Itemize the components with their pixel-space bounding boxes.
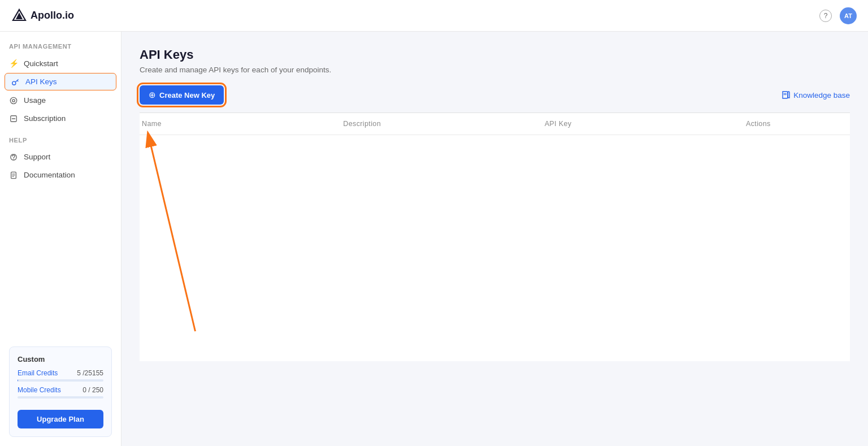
sidebar-item-support-label: Support	[24, 153, 50, 161]
quickstart-icon: ⚡	[9, 59, 18, 68]
api-keys-table: Name Description API Key Actions	[140, 113, 850, 361]
top-nav: Apollo.io ? AT	[0, 0, 868, 32]
svg-point-6	[12, 99, 15, 101]
sidebar-item-api-keys[interactable]: API Keys	[5, 73, 116, 90]
upgrade-plan-button[interactable]: Upgrade Plan	[18, 410, 103, 428]
sidebar-item-subscription-label: Subscription	[24, 114, 66, 123]
sidebar-item-documentation[interactable]: Documentation	[0, 166, 121, 184]
apollo-logo-icon	[11, 8, 27, 24]
email-credits-value: 5 /25155	[77, 369, 103, 377]
table-header: Name Description API Key Actions	[140, 113, 850, 135]
page-title: API Keys	[140, 47, 850, 62]
mobile-credits-row: Mobile Credits 0 / 250	[18, 386, 103, 399]
sidebar-item-support[interactable]: Support	[0, 148, 121, 166]
mobile-credits-bar	[18, 396, 103, 399]
col-api-key: API Key	[545, 120, 746, 128]
create-btn-label: Create New Key	[159, 91, 215, 99]
api-keys-icon	[11, 78, 20, 86]
sidebar-item-documentation-label: Documentation	[24, 171, 75, 179]
sidebar-item-api-keys-label: API Keys	[25, 77, 57, 86]
page-subtitle: Create and manage API keys for each of y…	[140, 66, 850, 74]
svg-line-4	[18, 80, 18, 81]
help-icon[interactable]: ?	[819, 10, 832, 22]
usage-icon	[9, 97, 18, 105]
subscription-icon	[9, 115, 18, 123]
logo: Apollo.io	[11, 8, 74, 24]
knowledge-base-link[interactable]: Knowledge base	[781, 90, 850, 99]
col-description: Description	[343, 120, 544, 128]
logo-text: Apollo.io	[31, 10, 74, 21]
support-icon	[9, 153, 18, 161]
email-credits-label[interactable]: Email Credits	[18, 369, 58, 377]
book-icon	[781, 90, 790, 99]
api-management-label: API MANAGEMENT	[0, 43, 121, 54]
svg-point-9	[13, 158, 14, 159]
knowledge-base-label: Knowledge base	[793, 91, 850, 99]
nav-right: ? AT	[819, 7, 857, 24]
plus-icon: ⊕	[149, 90, 156, 100]
col-actions: Actions	[746, 120, 848, 128]
main-content: API Keys Create and manage API keys for …	[121, 32, 868, 446]
content-toolbar: ⊕ Create New Key Knowledge base	[140, 85, 850, 113]
sidebar-item-quickstart[interactable]: ⚡ Quickstart	[0, 54, 121, 72]
documentation-icon	[9, 171, 18, 179]
main-layout: API MANAGEMENT ⚡ Quickstart API Keys Usa…	[0, 32, 868, 446]
sidebar: API MANAGEMENT ⚡ Quickstart API Keys Usa…	[0, 32, 121, 446]
sidebar-item-usage[interactable]: Usage	[0, 92, 121, 109]
avatar[interactable]: AT	[840, 7, 857, 24]
mobile-credits-value: 0 / 250	[83, 386, 103, 394]
table-body	[140, 135, 850, 361]
plan-box: Custom Email Credits 5 /25155 Mobile Cre…	[9, 347, 112, 437]
email-credits-bar	[18, 379, 103, 382]
svg-point-5	[10, 97, 16, 103]
sidebar-item-usage-label: Usage	[24, 96, 46, 105]
sidebar-item-subscription[interactable]: Subscription	[0, 110, 121, 127]
sidebar-bottom: Custom Email Credits 5 /25155 Mobile Cre…	[0, 337, 121, 446]
sidebar-item-quickstart-label: Quickstart	[24, 59, 58, 68]
col-name: Name	[142, 120, 343, 128]
help-label: HELP	[0, 137, 121, 148]
plan-title: Custom	[18, 355, 103, 363]
email-credits-row: Email Credits 5 /25155	[18, 369, 103, 382]
create-new-key-button[interactable]: ⊕ Create New Key	[140, 85, 224, 105]
mobile-credits-label[interactable]: Mobile Credits	[18, 386, 61, 394]
